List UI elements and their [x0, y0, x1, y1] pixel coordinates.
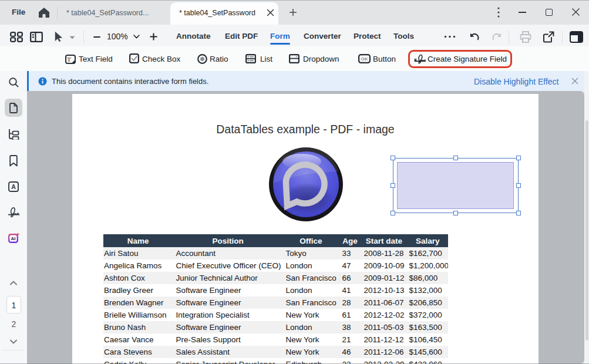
svg-text:AI: AI	[11, 236, 16, 241]
svg-text:A: A	[11, 183, 16, 190]
svg-text:T: T	[67, 56, 72, 63]
svg-text:OK: OK	[361, 56, 368, 62]
